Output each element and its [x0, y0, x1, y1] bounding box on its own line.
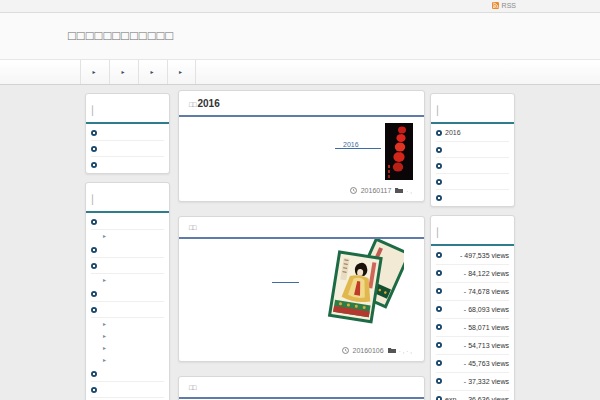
post-date: 20160106 — [353, 347, 384, 354]
content-area: ▏ ▏ ▸ ▸ ▸ ▸ ▸ ▸ — [0, 85, 600, 400]
category-subitem[interactable]: ▸ — [91, 318, 164, 330]
recent-post-item[interactable]: 2016 — [436, 125, 509, 142]
nav-item-4[interactable]: ▸ — [167, 60, 196, 84]
bullet-icon — [91, 291, 97, 297]
popular-post-item[interactable]: - 45,763 views — [436, 355, 509, 373]
recent-posts-list: 2016 — [431, 124, 514, 206]
bullet-icon — [436, 270, 442, 276]
rss-link[interactable]: RSS — [492, 2, 516, 9]
bullet-icon — [436, 342, 442, 348]
category-subitem[interactable]: ▸ — [91, 274, 164, 286]
category-subitem[interactable]: ▸ — [91, 342, 164, 354]
right-sidebar: ▏ 2016 ▏ - 497,535 views - 84,122 views … — [430, 93, 515, 400]
bullet-icon — [436, 306, 442, 312]
popular-post-item[interactable]: - 37,332 views — [436, 373, 509, 391]
view-count: - 497,535 views — [459, 251, 509, 260]
post-categories[interactable]: ·,·, — [399, 348, 414, 354]
arrow-icon: ▸ — [103, 357, 106, 364]
arrow-icon: ▸ — [103, 277, 106, 284]
widget-header: ▏ — [431, 216, 514, 246]
bullet-icon — [91, 146, 97, 152]
category-item[interactable] — [91, 258, 164, 274]
category-item[interactable] — [91, 286, 164, 302]
bullet-icon — [91, 219, 97, 225]
post-categories[interactable]: ·, — [406, 188, 414, 194]
post-body — [179, 239, 424, 343]
category-subitem[interactable]: ▸ — [91, 330, 164, 342]
post-title[interactable]: □□ — [179, 377, 424, 397]
list-item[interactable] — [91, 141, 164, 157]
nav-arrow-icon: ▸ — [121, 69, 124, 75]
topbar: RSS — [0, 0, 600, 13]
popular-post-item[interactable]: - 74,678 views — [436, 283, 509, 301]
popular-post-item[interactable]: - 58,071 views — [436, 319, 509, 337]
bullet-icon — [91, 247, 97, 253]
nav-item-3[interactable]: ▸ — [138, 60, 167, 84]
category-list: ▸ ▸ ▸ ▸ ▸ ▸ ▸ ▸ ▸ ▸ ▸ ▸ ▸ ▸ — [86, 213, 169, 400]
red-lanterns-image[interactable] — [385, 123, 413, 180]
view-count: - 68,093 views — [464, 305, 509, 314]
recent-post-item[interactable] — [436, 142, 509, 158]
bullet-icon — [436, 147, 442, 153]
popular-post-item[interactable]: - 84,122 views — [436, 265, 509, 283]
list-item[interactable] — [91, 125, 164, 141]
clock-icon — [350, 187, 357, 194]
bullet-icon — [436, 163, 442, 169]
folder-icon — [395, 187, 402, 194]
bullet-icon — [436, 179, 442, 185]
category-subitem[interactable]: ▸ — [91, 354, 164, 366]
post-3: □□ — [178, 376, 425, 400]
popular-posts-list: - 497,535 views - 84,122 views - 74,678 … — [431, 246, 514, 400]
rss-icon — [492, 2, 499, 9]
view-count: - 54,713 views — [459, 341, 509, 350]
post-1: □□ 2016 2016 — [178, 90, 425, 202]
bullet-icon — [436, 130, 442, 136]
recent-post-item[interactable] — [436, 158, 509, 174]
bullet-icon — [436, 195, 442, 201]
post-meta: 20160106 ·,·, — [179, 343, 424, 361]
popular-post-item[interactable]: - 54,713 views — [436, 337, 509, 355]
widget-header: ▏ — [431, 94, 514, 124]
post-title-prefix: □□ — [189, 384, 195, 391]
list-item[interactable] — [91, 157, 164, 172]
folder-icon — [388, 347, 395, 354]
popular-post-item[interactable]: - 497,535 views — [436, 247, 509, 265]
popular-post-item[interactable]: exp- 36,636 views — [436, 391, 509, 400]
view-count: - 74,678 views — [464, 287, 509, 296]
bullet-icon — [91, 387, 97, 393]
nav-item-1[interactable]: ▸ — [80, 60, 109, 84]
category-item[interactable] — [91, 302, 164, 318]
post-title[interactable]: □□ 2016 — [179, 91, 424, 115]
nav-arrow-icon: ▸ — [92, 69, 95, 75]
arrow-icon: ▸ — [103, 333, 106, 340]
post-content-link[interactable] — [272, 275, 299, 283]
post-2: □□ — [178, 216, 425, 362]
post-content-link[interactable]: 2016 — [335, 141, 381, 149]
view-count: - 58,071 views — [464, 323, 509, 332]
bullet-icon — [436, 252, 442, 258]
recent-post-item[interactable] — [436, 174, 509, 190]
site-title[interactable]: □□□□□□□□□□□□ — [0, 13, 600, 43]
post-body: 2016 — [179, 117, 424, 183]
popular-post-item[interactable]: - 68,093 views — [436, 301, 509, 319]
nav-item-2[interactable]: ▸ — [109, 60, 138, 84]
bullet-icon — [91, 371, 97, 377]
widget-header: ▏ — [86, 183, 169, 213]
post-title[interactable]: □□ — [179, 217, 424, 237]
new-year-cards-image[interactable] — [326, 239, 404, 333]
category-item[interactable] — [91, 242, 164, 258]
arrow-icon: ▸ — [103, 321, 106, 328]
category-subitem[interactable]: ▸ — [91, 230, 164, 242]
nav-arrow-icon: ▸ — [150, 69, 153, 75]
meta-list — [86, 124, 169, 173]
category-item[interactable] — [91, 214, 164, 230]
widget-title: ▏ — [437, 106, 444, 116]
category-item[interactable] — [91, 382, 164, 398]
widget-title: ▏ — [437, 228, 444, 238]
recent-post-item[interactable] — [436, 190, 509, 205]
category-item[interactable] — [91, 366, 164, 382]
bullet-icon — [436, 396, 442, 400]
main-column: □□ 2016 2016 — [178, 90, 425, 400]
bullet-icon — [91, 307, 97, 313]
view-count: - 36,636 views — [459, 395, 509, 400]
